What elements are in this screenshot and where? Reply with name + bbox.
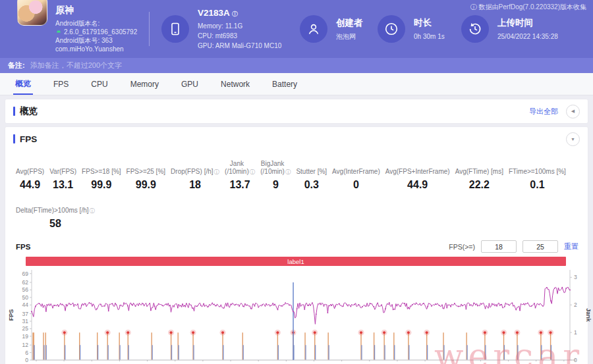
stat-value: 99.9 [127, 179, 165, 191]
stat-value: 9 [260, 179, 291, 191]
fps-threshold-input-1[interactable]: 18 [481, 240, 517, 253]
stat-value: 22.2 [455, 179, 503, 191]
duration-block: 时长 0h 30m 1s [378, 15, 460, 43]
stat-var(fps): Var(FPS)13.1 [49, 160, 76, 191]
device-info-icon[interactable]: ⓘ [232, 11, 238, 17]
overview-collapse-button[interactable]: ◀ [566, 105, 580, 118]
stat-avg(ftime)-[ms]: Avg(FTime) [ms]22.2 [455, 160, 503, 191]
svg-text:1: 1 [574, 329, 577, 336]
phone-icon [161, 15, 189, 43]
stat-label: Drop(FPS) [/h]ⓘ [171, 160, 219, 176]
app-block: 原神 Android版本名: 2.6.0_6179196_6305792 And… [17, 5, 146, 53]
tab-GPU[interactable]: GPU [170, 73, 210, 95]
upload-block: 上传时间 25/04/2022 14:35:28 [461, 15, 558, 43]
chart-label: label1 [287, 258, 304, 265]
stat-value: 0.1 [509, 179, 566, 191]
svg-text:0: 0 [574, 357, 577, 363]
fps-threshold-input-2[interactable]: 25 [522, 240, 558, 253]
stat-label: BigJank (/10min)ⓘ [260, 160, 291, 176]
svg-text:25: 25 [22, 325, 29, 332]
fps-card: FPS ▼ Avg(FPS)44.9Var(FPS)13.1FPS>=18 [%… [5, 127, 588, 364]
section-accent-bar [13, 107, 15, 116]
upload-value: 25/04/2022 14:35:28 [497, 32, 558, 41]
upload-label: 上传时间 [497, 17, 558, 29]
stat-value: 44.9 [16, 179, 44, 191]
stat-bigjank-(/10min): BigJank (/10min)ⓘ9 [260, 160, 291, 191]
export-all-link[interactable]: 导出全部 [529, 107, 558, 117]
app-version-name-label: Android版本名: [55, 19, 137, 28]
stat-drop(fps)-[/h]: Drop(FPS) [/h]ⓘ18 [171, 160, 219, 191]
user-icon [300, 15, 327, 43]
stat-value: 0 [332, 179, 380, 191]
section-accent-bar [13, 134, 15, 143]
stat-avg(fps+interframe): Avg(FPS+InterFrame)44.9 [385, 160, 450, 191]
stat-label: Avg(InterFrame) [332, 160, 380, 176]
fps-chart-controls: FPS FPS(>=) 18 25 重置 [5, 230, 588, 253]
device-cpu: CPU: mt6983 [198, 31, 281, 41]
stat-info-icon[interactable]: ⓘ [285, 168, 291, 176]
collector-info: ⓘ 数据由PerfDog(7.0.220332)版本收集 [470, 3, 586, 12]
stat-value: 13.1 [49, 179, 76, 191]
app-icon [17, 0, 47, 26]
svg-text:31: 31 [22, 318, 29, 325]
chart-label-bar: label1 [26, 257, 566, 266]
tab-FPS[interactable]: FPS [42, 73, 80, 95]
svg-text:6: 6 [25, 350, 28, 356]
stat-label: Avg(FPS) [16, 160, 44, 176]
stat-value: 13.7 [225, 179, 255, 191]
stat-jank-(/10min): Jank (/10min)ⓘ13.7 [225, 160, 255, 191]
tab-Battery[interactable]: Battery [261, 73, 308, 95]
overview-card: 概览 导出全部 ◀ [5, 99, 588, 123]
note-input[interactable]: 添加备注，不超过200个文字 [30, 61, 593, 70]
stat-info-icon[interactable]: ⓘ [250, 168, 256, 176]
stat-label: Avg(FPS+InterFrame) [385, 160, 450, 176]
reset-link[interactable]: 重置 [564, 242, 579, 251]
stat-label: Var(FPS) [49, 160, 76, 176]
fps-chart-wrap: 06121925313744505662690123FPSJank00:0001… [5, 267, 588, 364]
stat-avg(interframe): Avg(InterFrame)0 [332, 160, 380, 191]
stat-value: 0.3 [296, 179, 327, 191]
device-gpu: GPU: ARM Mali-G710 MC10 [198, 41, 281, 51]
svg-text:62: 62 [22, 279, 29, 286]
tab-Memory[interactable]: Memory [119, 73, 170, 95]
fps-stats-row: Avg(FPS)44.9Var(FPS)13.1FPS>=18 [%]99.9F… [5, 151, 588, 191]
svg-text:3: 3 [574, 274, 577, 280]
fps-threshold-label: FPS(>=) [449, 243, 475, 251]
clock-icon [378, 15, 405, 43]
fps-chart[interactable]: 06121925313744505662690123FPSJank00:0001… [5, 267, 593, 364]
svg-text:44: 44 [22, 301, 29, 308]
tab-Network[interactable]: Network [210, 73, 261, 95]
svg-text:FPS: FPS [8, 309, 14, 321]
svg-text:37: 37 [22, 311, 29, 317]
stat-label: Avg(FTime) [ms] [455, 160, 503, 176]
svg-text:69: 69 [22, 271, 29, 277]
stat-avg(fps): Avg(FPS)44.9 [16, 160, 44, 191]
stat-info-icon[interactable]: ⓘ [90, 207, 96, 215]
note-bar: 备注: 添加备注，不超过200个文字 [0, 58, 593, 73]
tab-CPU[interactable]: CPU [80, 73, 119, 95]
app-version-name: 2.6.0_6179196_6305792 [64, 28, 137, 36]
fps-section-title: FPS [13, 134, 37, 144]
stat-fps>=18-[%]: FPS>=18 [%]99.9 [82, 160, 121, 191]
stat-ftime>=100ms-[%]: FTime>=100ms [%]0.1 [509, 160, 566, 191]
creator-block: 创建者 泡泡网 [300, 15, 378, 43]
svg-text:0: 0 [25, 357, 28, 363]
stat-value: 99.9 [82, 179, 121, 191]
fps-collapse-button[interactable]: ▼ [566, 132, 580, 146]
device-memory: Memory: 11.1G [198, 21, 281, 31]
stat-info-icon[interactable]: ⓘ [214, 168, 220, 176]
stat-label: FPS>=25 [%] [127, 160, 165, 176]
android-icon [55, 29, 62, 36]
tab-概览[interactable]: 概览 [4, 73, 42, 95]
overview-section-title: 概览 [13, 105, 38, 117]
app-title: 原神 [55, 5, 137, 16]
stat-fps>=25-[%]: FPS>=25 [%]99.9 [127, 160, 165, 191]
duration-value: 0h 30m 1s [414, 32, 445, 41]
report-header: 原神 Android版本名: 2.6.0_6179196_6305792 And… [0, 0, 593, 58]
stat-value: 44.9 [385, 179, 450, 191]
stat-stutter-[%]: Stutter [%]0.3 [296, 160, 327, 191]
stat-value: 18 [171, 179, 219, 191]
app-version-code: Android版本号: 363 [55, 36, 137, 45]
stat-value: 58 [16, 218, 95, 230]
stat-label: Delta(FTime)>100ms [/h]ⓘ [16, 199, 95, 215]
